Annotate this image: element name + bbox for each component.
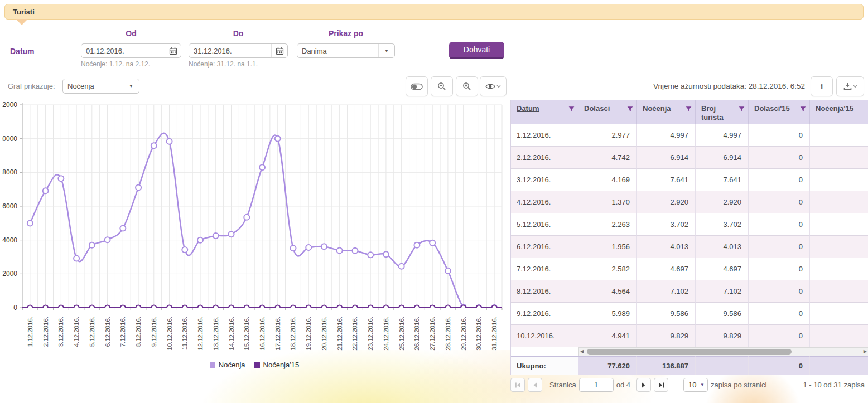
- data-point[interactable]: [182, 247, 187, 253]
- data-point[interactable]: [229, 231, 234, 237]
- visibility-menu-button[interactable]: [480, 76, 507, 96]
- data-point[interactable]: [321, 305, 326, 310]
- date-to-value[interactable]: 31.12.2016.: [189, 44, 271, 57]
- data-point[interactable]: [306, 305, 311, 310]
- data-point[interactable]: [383, 251, 389, 257]
- data-point[interactable]: [399, 305, 404, 310]
- data-point[interactable]: [430, 240, 435, 246]
- data-point[interactable]: [89, 305, 94, 310]
- column-header-datum[interactable]: Datum: [511, 100, 578, 124]
- toggle-view-button[interactable]: [406, 76, 428, 96]
- filter-icon[interactable]: [800, 105, 806, 122]
- data-point[interactable]: [290, 245, 296, 251]
- data-point[interactable]: [105, 237, 110, 242]
- data-point[interactable]: [59, 305, 64, 310]
- data-point[interactable]: [244, 215, 249, 220]
- data-point[interactable]: [89, 242, 95, 248]
- chevron-down-icon[interactable]: ▼: [378, 44, 394, 57]
- table-row[interactable]: 10.12.2016.4.9419.8299.8290: [511, 325, 868, 347]
- data-point[interactable]: [492, 305, 497, 310]
- data-point[interactable]: [461, 305, 466, 310]
- data-point[interactable]: [259, 164, 265, 170]
- calendar-icon[interactable]: [271, 44, 287, 57]
- tab-turisti[interactable]: Turisti: [5, 8, 35, 16]
- date-from-value[interactable]: 01.12.2016.: [81, 44, 165, 57]
- data-point[interactable]: [213, 233, 219, 239]
- data-point[interactable]: [136, 185, 141, 191]
- scroll-right-icon[interactable]: ▶: [864, 349, 867, 354]
- table-row[interactable]: 7.12.2016.2.5824.6974.6970: [511, 258, 868, 280]
- data-point[interactable]: [399, 264, 404, 269]
- page-size-select[interactable]: 10 ▼: [683, 378, 708, 392]
- data-point[interactable]: [260, 305, 265, 310]
- filter-icon[interactable]: [568, 105, 575, 122]
- prikaz-po-select[interactable]: Danima ▼: [297, 43, 395, 58]
- legend-item-nocenja15[interactable]: Noćenja'15: [254, 361, 300, 369]
- table-row[interactable]: 1.12.2016.2.9774.9974.9970: [511, 124, 868, 147]
- data-point[interactable]: [105, 305, 110, 310]
- data-point[interactable]: [430, 305, 435, 310]
- zoom-out-button[interactable]: [431, 76, 453, 96]
- column-header-broj-turista[interactable]: Broj turista: [696, 100, 749, 124]
- data-point[interactable]: [244, 305, 249, 310]
- info-button[interactable]: i: [811, 76, 833, 96]
- next-page-button[interactable]: [636, 378, 651, 392]
- data-point[interactable]: [27, 305, 32, 310]
- data-point[interactable]: [383, 305, 388, 310]
- chevron-down-icon[interactable]: ▼: [123, 79, 139, 93]
- data-point[interactable]: [291, 305, 296, 310]
- data-point[interactable]: [352, 248, 358, 254]
- data-point[interactable]: [74, 305, 79, 310]
- data-point[interactable]: [213, 305, 218, 310]
- first-page-button[interactable]: [510, 378, 525, 392]
- filter-icon[interactable]: [686, 105, 692, 122]
- calendar-icon[interactable]: [165, 44, 181, 57]
- column-header-dolasci[interactable]: Dolasci: [578, 100, 637, 124]
- data-point[interactable]: [120, 226, 126, 231]
- data-point[interactable]: [27, 220, 33, 226]
- data-point[interactable]: [414, 242, 419, 248]
- data-point[interactable]: [368, 252, 373, 258]
- filter-icon[interactable]: [739, 105, 745, 122]
- data-point[interactable]: [275, 305, 280, 310]
- data-point[interactable]: [151, 305, 156, 310]
- zoom-in-button[interactable]: [456, 76, 478, 96]
- data-point[interactable]: [306, 245, 311, 250]
- export-menu-button[interactable]: [836, 76, 864, 96]
- table-row[interactable]: 5.12.2016.2.2633.7023.7020: [511, 213, 868, 236]
- last-page-button[interactable]: [654, 378, 668, 392]
- table-row[interactable]: 3.12.2016.4.1697.6417.6410: [511, 169, 868, 191]
- data-point[interactable]: [58, 176, 64, 181]
- data-point[interactable]: [43, 305, 48, 310]
- data-point[interactable]: [197, 237, 203, 243]
- data-point[interactable]: [368, 305, 373, 310]
- horizontal-scrollbar[interactable]: ◀ ▶: [578, 347, 868, 356]
- table-row[interactable]: 9.12.2016.5.9899.5869.5860: [511, 303, 868, 325]
- data-point[interactable]: [229, 305, 234, 310]
- data-point[interactable]: [337, 247, 343, 253]
- data-point[interactable]: [74, 255, 79, 261]
- data-point[interactable]: [321, 244, 327, 249]
- column-header-no-enja[interactable]: Noćenja: [637, 100, 696, 124]
- dohvati-button[interactable]: Dohvati: [449, 42, 504, 59]
- data-point[interactable]: [120, 305, 126, 310]
- graf-prikazuje-select[interactable]: Noćenja ▼: [62, 79, 139, 94]
- page-number-input[interactable]: [579, 378, 614, 392]
- scroll-left-icon[interactable]: ◀: [580, 349, 584, 354]
- previous-page-button[interactable]: [528, 378, 542, 392]
- data-point[interactable]: [136, 305, 141, 310]
- data-point[interactable]: [182, 305, 187, 310]
- filter-icon[interactable]: [627, 105, 633, 122]
- data-point[interactable]: [43, 188, 49, 193]
- data-point[interactable]: [198, 305, 203, 310]
- date-to-field[interactable]: 31.12.2016.: [189, 43, 288, 58]
- data-point[interactable]: [445, 305, 450, 310]
- data-point[interactable]: [353, 305, 358, 310]
- table-row[interactable]: 6.12.2016.1.9564.0134.0130: [511, 236, 868, 258]
- legend-item-nocenja[interactable]: Noćenja: [210, 361, 245, 369]
- data-point[interactable]: [167, 305, 172, 310]
- data-point[interactable]: [476, 305, 481, 310]
- date-from-field[interactable]: 01.12.2016.: [81, 43, 181, 58]
- column-header-dolasci-15[interactable]: Dolasci'15: [749, 100, 810, 124]
- data-point[interactable]: [337, 305, 342, 310]
